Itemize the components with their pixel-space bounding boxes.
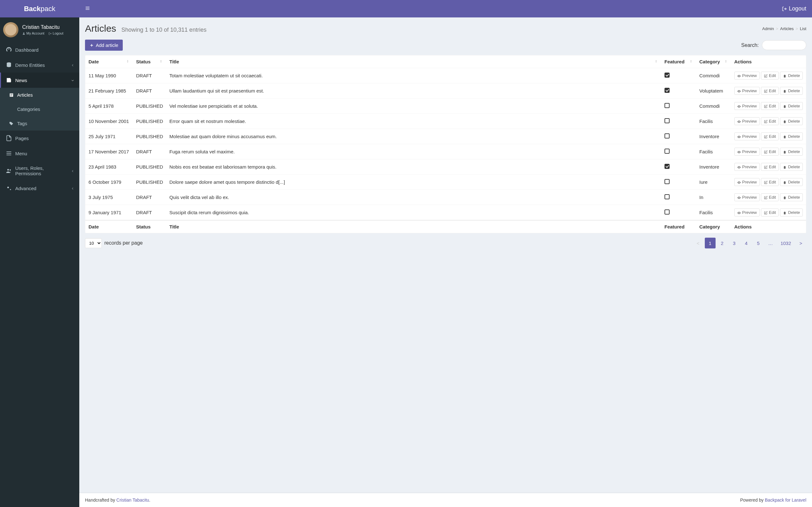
sidebar-subitem-tags[interactable]: Tags [0, 116, 79, 130]
delete-button[interactable]: Delete [780, 148, 803, 156]
sort-icon [126, 59, 130, 64]
article-icon [9, 93, 14, 98]
delete-button[interactable]: Delete [780, 102, 803, 110]
delete-button[interactable]: Delete [780, 132, 803, 140]
delete-button[interactable]: Delete [780, 72, 803, 79]
column-header-title[interactable]: Title [166, 55, 661, 68]
sidebar-item-menu[interactable]: Menu [0, 146, 79, 161]
cell-category: Voluptatem [696, 83, 731, 99]
page-button-3[interactable]: 3 [729, 238, 740, 248]
delete-button[interactable]: Delete [780, 163, 803, 171]
edit-button[interactable]: Edit [761, 163, 779, 171]
sort-icon [159, 59, 163, 64]
logo-area[interactable]: Backpack [0, 0, 79, 17]
sidebar-item-dashboard[interactable]: Dashboard [0, 42, 79, 57]
sidebar-subitem-articles[interactable]: Articles [0, 88, 79, 102]
per-page-control: 10 records per page [85, 238, 143, 248]
toolbar: Add article Search: [85, 40, 806, 51]
hamburger-icon [85, 6, 90, 11]
page-button-4[interactable]: 4 [741, 238, 752, 248]
table-row: 17 November 2017 DRAFT Fuga rerum soluta… [85, 144, 806, 159]
preview-button[interactable]: Preview [734, 132, 760, 140]
footer-author-link[interactable]: Cristian Tabacitu [116, 498, 149, 503]
cell-title: Ullam laudantium qui sit est praesentium… [166, 83, 661, 99]
svg-point-9 [10, 189, 11, 190]
sidebar-item-label: Menu [15, 151, 74, 156]
uncheck-icon [664, 149, 670, 154]
cell-status: DRAFT [133, 68, 166, 83]
user-panel: Cristian Tabacitu My Account Logout [0, 17, 79, 42]
preview-button[interactable]: Preview [734, 87, 760, 95]
preview-button[interactable]: Preview [734, 117, 760, 125]
page-next-button[interactable]: > [796, 238, 806, 248]
sidebar-item-advanced[interactable]: Advanced [0, 181, 79, 196]
delete-button[interactable]: Delete [780, 193, 803, 201]
edit-button[interactable]: Edit [761, 102, 779, 110]
uncheck-icon [664, 194, 670, 199]
column-header-category[interactable]: Category [696, 55, 731, 68]
sidebar-subitem-categories[interactable]: Categories [0, 102, 79, 116]
preview-button[interactable]: Preview [734, 102, 760, 110]
hamburger-button[interactable] [85, 6, 90, 12]
cell-featured [661, 83, 696, 99]
preview-button[interactable]: Preview [734, 209, 760, 216]
edit-button[interactable]: Edit [761, 209, 779, 216]
search-input[interactable] [762, 40, 806, 50]
preview-button[interactable]: Preview [734, 193, 760, 201]
footer-backpack-link[interactable]: Backpack for Laravel [765, 498, 806, 503]
edit-button[interactable]: Edit [761, 72, 779, 79]
preview-button[interactable]: Preview [734, 72, 760, 79]
per-page-select[interactable]: 10 [85, 238, 102, 248]
edit-icon [764, 164, 769, 169]
avatar[interactable] [3, 22, 18, 38]
page-button-1032[interactable]: 1032 [777, 238, 794, 248]
edit-button[interactable]: Edit [761, 117, 779, 125]
table-row: 21 February 1985 DRAFT Ullam laudantium … [85, 83, 806, 99]
cell-featured [661, 159, 696, 175]
delete-button[interactable]: Delete [780, 209, 803, 216]
edit-button[interactable]: Edit [761, 87, 779, 95]
column-header-featured[interactable]: Featured [661, 55, 696, 68]
cell-date: 9 January 1971 [85, 205, 133, 221]
preview-button[interactable]: Preview [734, 148, 760, 156]
edit-button[interactable]: Edit [761, 132, 779, 140]
table-row: 11 May 1990 DRAFT Totam molestiae volupt… [85, 68, 806, 83]
cell-status: PUBLISHED [133, 129, 166, 144]
articles-table: DateStatusTitleFeaturedCategoryActions 1… [85, 55, 806, 233]
page-button-5[interactable]: 5 [753, 238, 764, 248]
footer-right: Powered by Backpack for Laravel [740, 498, 806, 503]
cell-actions: Preview Edit Delete [731, 159, 806, 175]
cell-title: Totam molestiae voluptatem ut sit occaec… [166, 68, 661, 83]
column-header-status[interactable]: Status [133, 55, 166, 68]
breadcrumb-item[interactable]: Admin [762, 26, 774, 31]
edit-button[interactable]: Edit [761, 178, 779, 186]
edit-icon [764, 134, 769, 139]
trash-icon [783, 104, 788, 108]
sidebar-item-pages[interactable]: Pages [0, 130, 79, 146]
cell-status: PUBLISHED [133, 99, 166, 114]
sidebar-item-demo-entities[interactable]: Demo Entities [0, 57, 79, 72]
my-account-link[interactable]: My Account [22, 32, 44, 35]
edit-button[interactable]: Edit [761, 193, 779, 201]
sidebar-item-users-roles-permissions[interactable]: Users, Roles, Permissions [0, 161, 79, 181]
delete-button[interactable]: Delete [780, 117, 803, 125]
sidebar-item-news[interactable]: News [0, 72, 79, 88]
nav: DashboardDemo EntitiesNewsArticlesCatego… [0, 42, 79, 196]
preview-button[interactable]: Preview [734, 163, 760, 171]
edit-icon [764, 180, 769, 184]
delete-button[interactable]: Delete [780, 178, 803, 186]
sidebar-item-label: News [15, 78, 71, 83]
column-header-date[interactable]: Date [85, 55, 133, 68]
preview-button[interactable]: Preview [734, 178, 760, 186]
cell-featured [661, 205, 696, 221]
edit-button[interactable]: Edit [761, 148, 779, 156]
logout-button[interactable]: Logout [782, 5, 806, 12]
delete-button[interactable]: Delete [780, 87, 803, 95]
page-button-1[interactable]: 1 [705, 238, 716, 248]
breadcrumb-item[interactable]: Articles [780, 26, 794, 31]
svg-point-6 [7, 169, 9, 170]
footer-left: Handcrafted by Cristian Tabacitu. [85, 498, 150, 503]
add-article-button[interactable]: Add article [85, 40, 123, 51]
logout-link-small[interactable]: Logout [49, 32, 63, 35]
page-button-2[interactable]: 2 [717, 238, 728, 248]
